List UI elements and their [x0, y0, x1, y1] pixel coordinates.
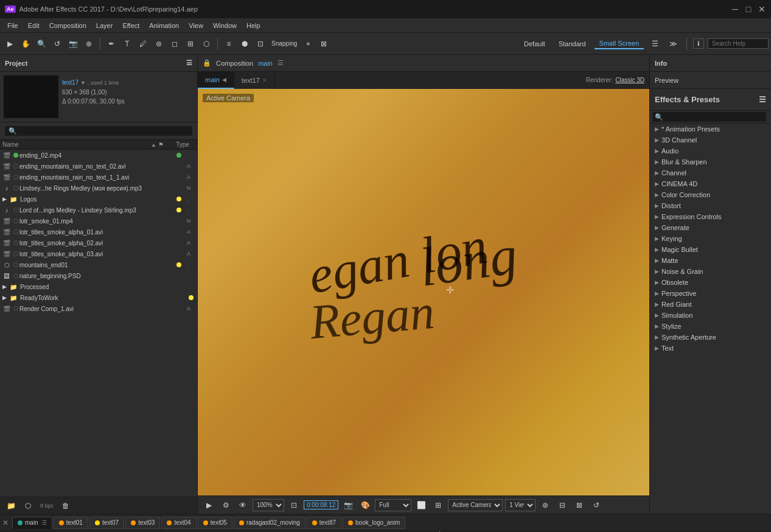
menu-view[interactable]: View [184, 21, 208, 30]
list-item[interactable]: ▶ 📁 Logos . [0, 194, 197, 205]
snapshot-btn[interactable]: 📷 [341, 498, 355, 513]
transparency-btn[interactable]: ⊠ [572, 498, 587, 513]
tool-select[interactable]: ▶ [2, 37, 17, 51]
tool-text[interactable]: T [120, 37, 134, 51]
comp-name[interactable]: main [258, 60, 273, 67]
workspace-default[interactable]: Default [519, 39, 550, 49]
tl-tab-text07[interactable]: text07 [89, 517, 124, 529]
comp-viewer[interactable]: Active Camera egan lon long Regan ✛ [198, 89, 649, 495]
3d-options-btn[interactable]: ⊛ [538, 498, 553, 513]
menu-file[interactable]: File [2, 21, 23, 30]
workspace-extend[interactable]: ≫ [666, 37, 680, 51]
list-item[interactable]: 🖼 nature_beginning.PSD [0, 270, 197, 281]
close-button[interactable]: ✕ [758, 5, 766, 13]
play-btn[interactable]: ▶ [201, 498, 216, 513]
effect-matte[interactable]: ▶ Matte [650, 255, 771, 266]
list-item[interactable]: 🎬 lotr_titles_smoke_alpha_02.avi A [0, 237, 197, 248]
folder-expand-icon[interactable]: ▶ [2, 284, 7, 290]
project-search-input[interactable] [5, 126, 192, 136]
zoom-select[interactable]: 100% 50% 200% [253, 499, 284, 511]
comp-tab-main-back[interactable]: ◀ [222, 77, 226, 83]
list-item[interactable]: ♪ Lindsey...he Rings Medley (моя версия)… [0, 183, 197, 194]
quality-select[interactable]: Full Half Quarter [375, 499, 411, 511]
effect-magic-bullet[interactable]: ▶ Magic Bullet [650, 244, 771, 255]
comp-settings-btn[interactable]: ⚙ [218, 498, 233, 513]
effect-channel[interactable]: ▶ Channel [650, 167, 771, 178]
effect-perspective[interactable]: ▶ Perspective [650, 288, 771, 299]
effect-expression-controls[interactable]: ▶ Expression Controls [650, 211, 771, 222]
tab-menu[interactable]: ☰ [42, 520, 47, 526]
tool-rotate[interactable]: ↺ [50, 37, 65, 51]
tl-tab-text05[interactable]: text05 [198, 517, 232, 529]
tool-shape[interactable]: ⬡ [199, 37, 214, 51]
effects-search-input[interactable] [652, 112, 766, 122]
search-help-input[interactable] [708, 38, 769, 49]
workspace-small-screen[interactable]: Small Screen [595, 38, 644, 49]
workspace-menu[interactable]: ☰ [647, 37, 662, 51]
list-item[interactable]: ▶ 📁 Processed [0, 281, 197, 292]
effect-3d-channel[interactable]: ▶ 3D Channel [650, 135, 771, 145]
tool-align[interactable]: ≡ [222, 37, 236, 51]
effect-noise-grain[interactable]: ▶ Noise & Grain [650, 266, 771, 277]
col-sort-icon[interactable]: ▲ [151, 142, 158, 148]
menu-layer[interactable]: Layer [91, 21, 118, 30]
effect-distort[interactable]: ▶ Distort [650, 200, 771, 211]
views-select[interactable]: 1 View 2 Views 4 Views [505, 499, 536, 511]
tool-puppet[interactable]: ⊞ [183, 37, 198, 51]
info-panel-btn[interactable]: ℹ [693, 38, 704, 49]
tool-camera[interactable]: 📷 [66, 37, 80, 51]
menu-composition[interactable]: Composition [44, 21, 91, 30]
tool-extra2[interactable]: ⊠ [316, 37, 331, 51]
folder-expand-icon[interactable]: ▶ [2, 196, 7, 202]
maximize-button[interactable]: □ [744, 5, 753, 13]
tool-brush[interactable]: 🖊 [136, 37, 150, 51]
tool-hand[interactable]: ✋ [18, 37, 33, 51]
tool-pen[interactable]: ✒ [104, 37, 119, 51]
effect-cinema4d[interactable]: ▶ CINEMA 4D [650, 178, 771, 189]
effect-red-giant[interactable]: ▶ Red Giant [650, 299, 771, 310]
folder-expand-icon[interactable]: ▶ [2, 295, 7, 301]
list-item[interactable]: 🎬 Render Comp_1.avi A [0, 303, 197, 314]
list-item[interactable]: 🎬 ending_02.mp4 [0, 150, 197, 161]
comp-tab-text17[interactable]: text17 ✕ [234, 72, 275, 89]
reset-exposure-btn[interactable]: ↺ [589, 498, 604, 513]
workspace-standard[interactable]: Standard [554, 39, 591, 49]
effect-text[interactable]: ▶ Text [650, 343, 771, 354]
effect-audio[interactable]: ▶ Audio [650, 145, 771, 156]
effect-stylize[interactable]: ▶ Stylize [650, 321, 771, 332]
comp-tab-main[interactable]: main ◀ [198, 72, 234, 89]
color-btn[interactable]: 🎨 [358, 498, 372, 513]
tl-tab-radagast[interactable]: radagast02_moving [234, 517, 305, 529]
comp-menu-icon[interactable]: ☰ [277, 59, 284, 67]
effect-obsolete[interactable]: ▶ Obsolete [650, 277, 771, 288]
timeline-close[interactable]: ✕ [2, 519, 9, 527]
tl-tab-main[interactable]: main ☰ [12, 517, 52, 529]
effect-color-correction[interactable]: ▶ Color Correction [650, 189, 771, 200]
effect-generate[interactable]: ▶ Generate [650, 222, 771, 233]
renderer-value[interactable]: Classic 3D [615, 77, 644, 83]
fit-btn[interactable]: ⊡ [287, 498, 301, 513]
list-item[interactable]: 🎬 lotr_smoke_01.mp4 N [0, 215, 197, 226]
menu-edit[interactable]: Edit [23, 21, 44, 30]
safe-zones-btn[interactable]: ⊟ [555, 498, 570, 513]
tl-tab-text01[interactable]: text01 [54, 517, 88, 529]
comp-tab-text17-close[interactable]: ✕ [262, 77, 267, 83]
list-item[interactable]: 🎬 ending_mountains_rain_no_text_02.avi A [0, 161, 197, 172]
effect-simulation[interactable]: ▶ Simulation [650, 310, 771, 321]
tool-extra1[interactable]: ⌖ [301, 37, 315, 51]
list-item[interactable]: 🎬 lotr_titles_smoke_alpha_01.avi A [0, 226, 197, 237]
minimize-button[interactable]: ─ [731, 5, 739, 13]
tool-eraser[interactable]: ◻ [167, 37, 182, 51]
tool-zoom[interactable]: 🔍 [34, 37, 49, 51]
tool-pan[interactable]: ⊕ [82, 37, 96, 51]
tl-tab-text03[interactable]: text03 [125, 517, 160, 529]
comp-view-btn[interactable]: 👁 [235, 498, 250, 513]
menu-window[interactable]: Window [208, 21, 242, 30]
new-folder-btn[interactable]: 📁 [4, 499, 18, 513]
menu-animation[interactable]: Animation [144, 21, 184, 30]
tl-tab-text04[interactable]: text04 [161, 517, 196, 529]
list-item[interactable]: 🎬 ending_mountains_rain_no_text_1_1.avi … [0, 172, 197, 183]
tool-clone[interactable]: ⊛ [152, 37, 166, 51]
menu-help[interactable]: Help [242, 21, 265, 30]
effect-animation-presets[interactable]: ▶ * Animation Presets [650, 124, 771, 135]
